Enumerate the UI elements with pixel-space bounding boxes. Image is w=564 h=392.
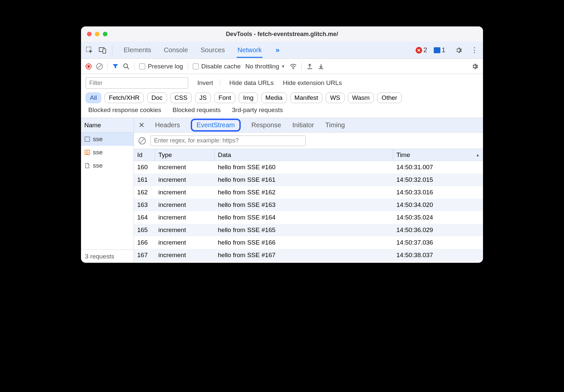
- cell-data: hello from SSE #165: [215, 226, 393, 234]
- chip-manifest[interactable]: Manifest: [290, 93, 323, 103]
- cell-time: 14:50:35.024: [393, 214, 483, 221]
- tab-network[interactable]: Network: [237, 42, 262, 58]
- chip-doc[interactable]: Doc: [147, 93, 167, 103]
- record-button[interactable]: [86, 63, 92, 69]
- split-view: Name sse{}ssesse 3 requests ✕ Headers Ev…: [81, 118, 483, 263]
- messages-badge[interactable]: 1: [434, 46, 445, 54]
- close-detail-button[interactable]: ✕: [139, 121, 144, 130]
- col-type[interactable]: Type: [155, 149, 215, 161]
- event-row[interactable]: 167incrementhello from SSE #16714:50:38.…: [134, 249, 483, 261]
- svg-point-4: [124, 64, 128, 68]
- events-table-body[interactable]: 160incrementhello from SSE #16014:50:31.…: [134, 161, 483, 263]
- chip-css[interactable]: CSS: [170, 93, 192, 103]
- cell-id: 161: [134, 176, 155, 183]
- search-icon[interactable]: [123, 63, 130, 70]
- third-party-label: 3rd-party requests: [232, 106, 283, 114]
- filter-icon[interactable]: [112, 63, 118, 69]
- chip-font[interactable]: Font: [214, 93, 235, 103]
- download-icon[interactable]: [318, 63, 324, 70]
- hide-ext-urls-label: Hide extension URLs: [283, 79, 342, 87]
- preserve-log-label: Preserve log: [148, 63, 183, 70]
- requests-status: 3 requests: [81, 250, 134, 263]
- filter-input[interactable]: [86, 77, 188, 89]
- svg-text:{}: {}: [86, 151, 89, 154]
- minimize-window-button[interactable]: [95, 32, 100, 36]
- chip-ws[interactable]: WS: [326, 93, 344, 103]
- event-row[interactable]: 162incrementhello from SSE #16214:50:33.…: [134, 186, 483, 199]
- request-row[interactable]: sse: [81, 133, 134, 146]
- settings-icon[interactable]: [453, 45, 464, 56]
- hide-ext-urls-checkbox[interactable]: Hide extension URLs: [280, 79, 342, 87]
- cell-time: 14:50:37.036: [393, 239, 483, 246]
- cell-data: hello from SSE #163: [215, 201, 393, 209]
- cell-id: 160: [134, 164, 155, 171]
- chip-other[interactable]: Other: [377, 93, 402, 103]
- events-table-header: Id Type Data Time▲: [134, 149, 483, 161]
- cell-type: increment: [155, 164, 215, 171]
- network-conditions-icon[interactable]: [290, 63, 297, 69]
- blocked-requests-checkbox[interactable]: Blocked requests: [170, 106, 221, 114]
- chip-media[interactable]: Media: [261, 93, 287, 103]
- blocked-requests-label: Blocked requests: [173, 106, 221, 114]
- inspect-element-icon[interactable]: [84, 45, 95, 56]
- maximize-window-button[interactable]: [103, 32, 107, 36]
- detail-tab-initiator[interactable]: Initiator: [292, 120, 315, 130]
- device-toolbar-icon[interactable]: [98, 45, 108, 56]
- col-id[interactable]: Id: [134, 149, 155, 161]
- upload-icon[interactable]: [306, 63, 313, 70]
- cell-data: hello from SSE #161: [215, 176, 393, 183]
- event-row[interactable]: 166incrementhello from SSE #16614:50:37.…: [134, 236, 483, 249]
- detail-tab-timing[interactable]: Timing: [325, 120, 345, 130]
- detail-tab-headers[interactable]: Headers: [154, 120, 181, 130]
- errors-badge[interactable]: ✕ 2: [416, 46, 427, 54]
- chip-all[interactable]: All: [86, 93, 101, 103]
- error-icon: ✕: [416, 47, 422, 54]
- invert-checkbox[interactable]: Invert: [195, 79, 213, 87]
- third-party-checkbox[interactable]: 3rd-party requests: [229, 106, 283, 114]
- col-data[interactable]: Data: [215, 149, 393, 161]
- chip-img[interactable]: Img: [239, 93, 258, 103]
- request-name: sse: [93, 149, 103, 156]
- network-settings-icon[interactable]: [471, 63, 478, 70]
- clear-events-button[interactable]: [139, 137, 146, 144]
- preserve-log-checkbox[interactable]: Preserve log: [139, 63, 183, 70]
- throttling-select[interactable]: No throttling▼: [245, 63, 285, 70]
- event-row[interactable]: 160incrementhello from SSE #16014:50:31.…: [134, 161, 483, 174]
- tab-elements[interactable]: Elements: [123, 42, 152, 58]
- chip-wasm[interactable]: Wasm: [348, 93, 374, 103]
- event-row[interactable]: 161incrementhello from SSE #16114:50:32.…: [134, 174, 483, 186]
- close-window-button[interactable]: [87, 32, 92, 36]
- cell-data: hello from SSE #160: [215, 164, 393, 171]
- cell-time: 14:50:36.029: [393, 226, 483, 234]
- hide-data-urls-checkbox[interactable]: Hide data URLs: [227, 79, 274, 87]
- event-row[interactable]: 164incrementhello from SSE #16414:50:35.…: [134, 211, 483, 224]
- request-row[interactable]: {}sse: [81, 146, 134, 159]
- detail-tab-eventstream[interactable]: EventStream: [191, 119, 241, 132]
- clear-button[interactable]: [96, 63, 103, 70]
- kebab-menu-icon[interactable]: ⋮: [469, 45, 480, 56]
- main-tabs-bar: Elements Console Sources Network » ✕ 2 1…: [81, 42, 483, 59]
- disable-cache-checkbox[interactable]: Disable cache: [193, 63, 241, 70]
- hide-data-urls-label: Hide data URLs: [229, 79, 274, 87]
- blocked-cookies-checkbox[interactable]: Blocked response cookies: [86, 106, 161, 114]
- event-row[interactable]: 163incrementhello from SSE #16314:50:34.…: [134, 199, 483, 211]
- network-toolbar: Preserve log Disable cache No throttling…: [81, 59, 483, 74]
- cell-time: 14:50:34.020: [393, 201, 483, 209]
- more-tabs-button[interactable]: »: [274, 46, 282, 55]
- requests-name-header[interactable]: Name: [81, 118, 134, 133]
- cell-id: 164: [134, 214, 155, 221]
- regex-filter-input[interactable]: [150, 136, 306, 146]
- chip-fetchxhr[interactable]: Fetch/XHR: [104, 93, 144, 103]
- svg-point-7: [474, 65, 476, 67]
- tab-sources[interactable]: Sources: [200, 42, 225, 58]
- request-row[interactable]: sse: [81, 159, 134, 172]
- tab-console[interactable]: Console: [163, 42, 188, 58]
- col-time[interactable]: Time▲: [393, 149, 483, 161]
- chip-js[interactable]: JS: [195, 93, 211, 103]
- svg-point-6: [293, 68, 294, 69]
- filter-bar: Invert Hide data URLs Hide extension URL…: [81, 74, 483, 90]
- resource-type-filter: All Fetch/XHR Doc CSS JS Font Img Media …: [81, 90, 483, 106]
- detail-tab-response[interactable]: Response: [251, 120, 282, 130]
- messages-count: 1: [442, 46, 445, 54]
- event-row[interactable]: 165incrementhello from SSE #16514:50:36.…: [134, 224, 483, 236]
